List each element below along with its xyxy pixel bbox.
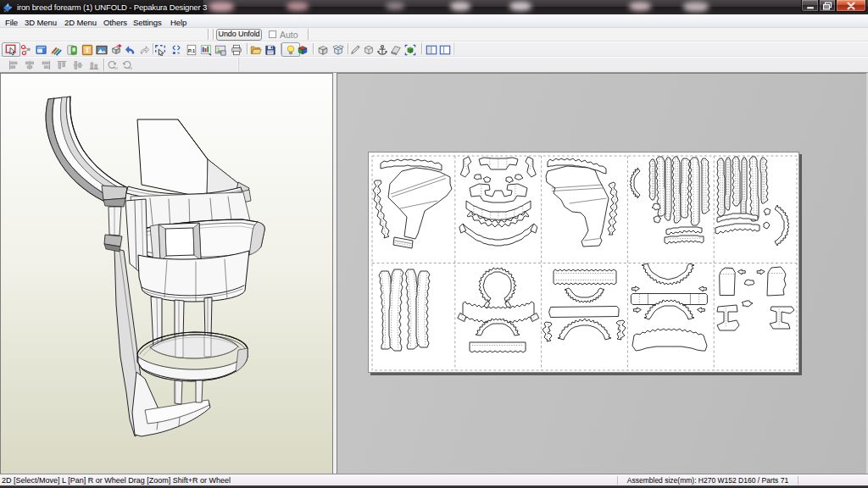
auto-checkbox[interactable] [269, 30, 276, 38]
3d-view-panel[interactable] [0, 73, 333, 474]
undo-unfold-button[interactable]: Undo Unfold [216, 29, 262, 41]
pattern-piece[interactable] [470, 184, 527, 202]
align-top-icon [56, 59, 68, 71]
pattern-piece[interactable] [546, 166, 609, 247]
view-2d-button[interactable] [436, 42, 454, 57]
pattern-piece[interactable] [479, 268, 516, 302]
pattern-piece[interactable] [749, 157, 759, 221]
maximize-button[interactable] [819, 0, 836, 12]
save-button[interactable] [261, 42, 280, 57]
pattern-piece[interactable] [725, 158, 731, 210]
box-open-icon [332, 44, 344, 56]
minimize-button[interactable] [801, 0, 819, 12]
pattern-piece[interactable] [474, 175, 481, 180]
pattern-piece[interactable] [608, 182, 618, 235]
pattern-piece[interactable] [760, 158, 768, 203]
pattern-piece[interactable] [665, 236, 704, 244]
flat-panel-icon [390, 44, 402, 56]
pattern-piece[interactable] [690, 158, 699, 225]
window-controls [801, 0, 866, 12]
page-p1-icon: P.1 [186, 44, 198, 56]
pattern-piece[interactable] [506, 177, 513, 183]
print-button[interactable] [227, 42, 246, 57]
menu-others[interactable]: Others [103, 18, 127, 27]
align-bottom-icon [88, 59, 100, 71]
pattern-piece[interactable] [666, 227, 702, 235]
rgb-cube-button[interactable] [293, 42, 312, 57]
pattern-piece[interactable] [633, 308, 641, 313]
svg-text:T: T [85, 46, 90, 54]
pattern-piece[interactable] [565, 288, 604, 302]
pattern-piece[interactable] [672, 157, 681, 223]
pattern-piece[interactable] [388, 168, 452, 239]
rotate-cw-button[interactable]: 90 [118, 58, 136, 72]
align-bottom-button[interactable] [85, 58, 103, 72]
pattern-piece[interactable] [642, 263, 694, 285]
pattern-piece[interactable] [558, 319, 611, 340]
menu-file[interactable]: File [5, 18, 18, 27]
toolbar-edge [453, 42, 454, 55]
pattern-piece[interactable] [744, 280, 754, 286]
2d-pattern-panel[interactable] [337, 73, 868, 474]
menu-2d-menu[interactable]: 2D Menu [64, 18, 97, 27]
pattern-piece[interactable] [767, 267, 786, 296]
redo-icon [138, 44, 150, 56]
pattern-piece[interactable] [665, 158, 671, 220]
pattern-piece[interactable] [654, 216, 661, 223]
pattern-piece[interactable] [483, 177, 491, 182]
pattern-piece[interactable] [701, 158, 709, 214]
pattern-sheet[interactable] [368, 152, 799, 373]
window-title: iron breed forearm (1) UNFOLD - Pepakura… [17, 3, 207, 12]
menu-help[interactable]: Help [170, 18, 186, 27]
pattern-piece[interactable] [770, 307, 794, 329]
pattern-piece[interactable] [542, 322, 552, 341]
pattern-piece[interactable] [515, 175, 523, 180]
pattern-piece[interactable] [463, 224, 534, 246]
pattern-piece[interactable] [764, 208, 771, 215]
pattern-piece[interactable] [764, 222, 770, 229]
pattern-piece[interactable] [715, 224, 760, 234]
menu-settings[interactable]: Settings [133, 18, 162, 27]
pattern-piece[interactable] [737, 269, 745, 274]
glass-blob [386, 2, 404, 10]
pattern-piece[interactable] [681, 158, 690, 218]
status-assembled-size: Assembled size(mm): H270 W152 D160 / Par… [617, 476, 798, 485]
glass-blob [209, 2, 234, 12]
pattern-piece[interactable] [741, 158, 747, 217]
pattern-piece[interactable] [389, 269, 403, 351]
pattern-piece[interactable] [757, 269, 765, 274]
pattern-piece[interactable] [616, 320, 626, 340]
toolbar-separator [308, 29, 309, 40]
picture-icon [96, 44, 108, 56]
pattern-piece[interactable] [526, 157, 537, 177]
toolbar-unfold: Undo Unfold Auto [0, 28, 868, 42]
pattern-piece[interactable] [460, 157, 471, 177]
pattern-piece[interactable] [549, 307, 620, 318]
pattern-piece[interactable] [470, 342, 526, 352]
pattern-piece[interactable] [697, 308, 704, 313]
menu-3d-menu[interactable]: 3D Menu [25, 18, 57, 27]
pattern-piece[interactable] [742, 301, 753, 307]
print-colors-icon [200, 44, 212, 56]
pattern-piece[interactable] [720, 268, 736, 296]
toolbar-separator [208, 29, 209, 40]
pattern-piece[interactable] [632, 329, 707, 351]
pattern-piece[interactable] [698, 286, 706, 291]
close-button[interactable] [836, 0, 866, 12]
menu-bar: File 3D Menu 2D Menu Others Settings Hel… [0, 14, 868, 28]
select-cube-button[interactable] [401, 42, 420, 57]
box-open-button[interactable] [329, 42, 348, 57]
rotate-ccw-icon: 90 [106, 59, 118, 71]
pattern-piece[interactable] [775, 205, 789, 246]
pattern-piece[interactable] [373, 180, 389, 238]
title-bar[interactable]: iron breed forearm (1) UNFOLD - Pepakura… [0, 0, 868, 14]
svg-text:P.1: P.1 [188, 47, 196, 53]
pattern-piece[interactable] [554, 269, 616, 285]
pattern-piece[interactable] [717, 305, 739, 330]
3d-model-forearm [1, 74, 332, 474]
pattern-piece[interactable] [393, 237, 413, 248]
toolbar-main: T P.1 [0, 42, 868, 57]
pattern-piece[interactable] [630, 168, 640, 198]
pattern-piece[interactable] [632, 286, 639, 291]
pattern-piece[interactable] [652, 203, 660, 210]
